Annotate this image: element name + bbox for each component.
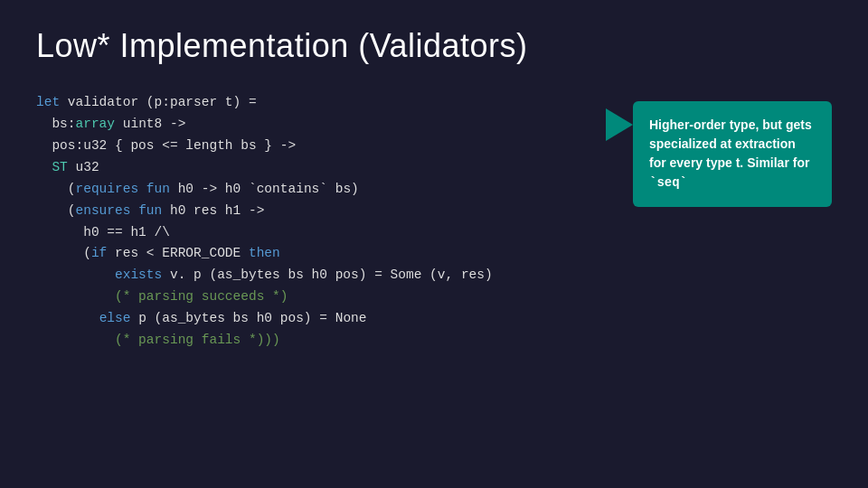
slide: Low* Implementation (Validators) let val… xyxy=(0,0,868,488)
tooltip-text: Higher-order type, but gets specialized … xyxy=(649,117,812,189)
slide-title: Low* Implementation (Validators) xyxy=(36,27,832,65)
content-area: let validator (p:parser t) = bs:array ui… xyxy=(36,92,832,352)
tooltip-arrow xyxy=(606,108,633,141)
tooltip-area: Higher-order type, but gets specialized … xyxy=(606,101,832,207)
code-block: let validator (p:parser t) = bs:array ui… xyxy=(36,92,588,352)
tooltip-box: Higher-order type, but gets specialized … xyxy=(633,101,832,207)
